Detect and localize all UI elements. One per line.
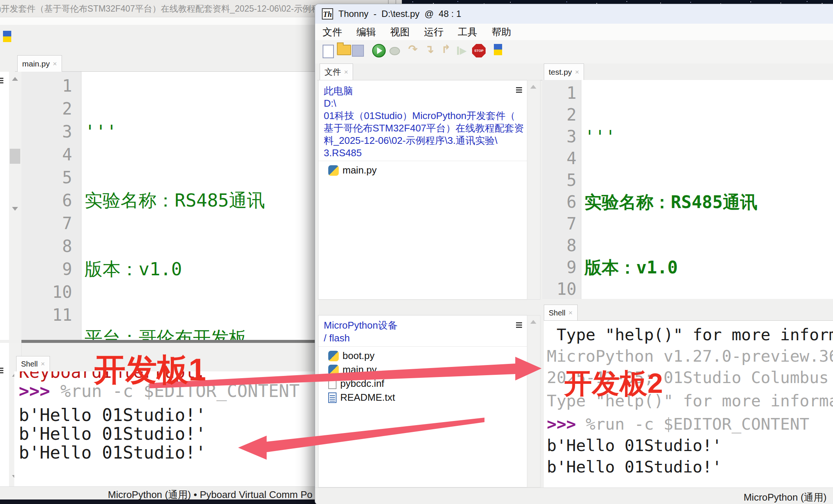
device-panel-title: MicroPython设备 [324, 319, 398, 332]
code-editor[interactable]: ''' 实验名称：RS485通讯 版本：v1.0 平台：哥伦布开发板 作者：01… [581, 80, 833, 299]
divider [318, 346, 527, 347]
file-name: boot.py [343, 350, 374, 362]
menu-bar: 文件 编辑 视图 运行 工具 帮助 [315, 24, 833, 40]
menu-tools[interactable]: 工具 [458, 26, 477, 39]
tab-label: 文件 [324, 66, 341, 78]
panel-menu-icon[interactable] [516, 87, 522, 93]
language-flag-icon[interactable] [494, 44, 502, 55]
shell-line: MicroPython v1.27.0-preview.36 [547, 347, 833, 365]
tab-files[interactable]: 文件 × [320, 63, 353, 80]
tab-main-py[interactable]: main.py × [17, 55, 62, 72]
tab-label: Shell [21, 360, 38, 368]
tab-shell[interactable]: Shell × [16, 356, 50, 371]
step-into-icon[interactable]: ↴ [425, 42, 434, 56]
device-file-main-py[interactable]: main.py [328, 364, 377, 376]
files-this-pc[interactable]: 此电脑 [324, 85, 353, 97]
close-icon[interactable]: × [568, 309, 572, 317]
tab-label: Shell [549, 309, 565, 317]
line-numbers: 1 2 3 4 5 6 7 8 9 10 11 [21, 72, 81, 340]
code-line: ''' [584, 126, 833, 148]
files-scrollbar[interactable] [527, 80, 540, 300]
text-file-icon [328, 392, 337, 403]
scroll-up-icon[interactable] [530, 85, 536, 89]
toolbar: ↷ ↴ ↱ ▶ STOP [315, 40, 833, 63]
device-path[interactable]: / flash [324, 332, 350, 344]
bg-side-panel2-sliver [0, 343, 9, 486]
file-name: main.py [343, 364, 377, 376]
file-name: pybcdc.inf [340, 378, 384, 389]
panel-menu-icon[interactable] [0, 78, 3, 83]
shell-line: Type "help()" for more inform [547, 325, 833, 344]
shell-prompt-line: >>> %run -c $EDITOR_CONTENT [547, 415, 809, 433]
fg-window-titlebar[interactable]: Th Thonny - D:\test.py @ 48 : 1 [315, 4, 833, 24]
debug-icon[interactable] [389, 47, 400, 55]
files-drive-d[interactable]: D:\ [324, 97, 336, 110]
scroll-up-icon[interactable] [12, 77, 18, 81]
device-file-boot-py[interactable]: boot.py [328, 350, 374, 362]
file-icon [328, 379, 337, 389]
stop-icon[interactable]: STOP [472, 44, 486, 57]
micropython-device-panel[interactable]: MicroPython设备 / flash boot.py main.py py… [318, 315, 528, 487]
step-over-icon[interactable]: ↷ [408, 42, 418, 56]
menu-view[interactable]: 视图 [390, 26, 410, 39]
scroll-down-icon[interactable] [12, 207, 18, 211]
file-name: main.py [343, 164, 377, 176]
shell-panel[interactable]: Type "help()" for more inform MicroPytho… [544, 320, 833, 492]
bg-status-bar: MicroPython (通用) • Pyboard Virtual Comm … [0, 486, 315, 499]
shell-output-line: b'Hello 01Studio!' [19, 424, 206, 444]
close-icon[interactable]: × [575, 68, 579, 76]
annotation-board2: 开发板2 [564, 365, 663, 403]
tab-label: main.py [22, 59, 50, 68]
menu-edit[interactable]: 编辑 [356, 26, 376, 39]
divider [318, 161, 527, 161]
close-icon[interactable]: × [53, 60, 57, 68]
tab-label: test.py [549, 68, 572, 77]
menu-run[interactable]: 运行 [424, 26, 444, 39]
save-icon[interactable] [352, 45, 364, 57]
shell-output-line: b'Hello 01Studio!' [19, 443, 206, 462]
line-numbers: 1 2 3 4 5 6 7 8 9 10 [542, 80, 581, 299]
thonny-app-icon: Th [322, 8, 333, 20]
files-panel[interactable]: 此电脑 D:\ 01科技（01Studio）MicroPython开发套件（ 基… [318, 80, 528, 300]
annotation-board1: 开发板1 [94, 349, 206, 391]
python-file-icon [328, 365, 339, 375]
file-name: README.txt [340, 392, 395, 403]
device-file-pybcdc-inf[interactable]: pybcdc.inf [328, 378, 384, 389]
device-file-readme-txt[interactable]: README.txt [328, 392, 395, 403]
fg-window-title: Thonny - D:\test.py @ 48 : 1 [338, 9, 461, 19]
tab-shell[interactable]: Shell × [544, 305, 578, 321]
scrollbar-thumb[interactable] [10, 149, 20, 164]
bg-side-panel-sliver [0, 72, 9, 340]
menu-help[interactable]: 帮助 [492, 26, 511, 39]
screen: n开发套件（基于哥伦布STM32F407平台）在线教程配套资料_2025-12-… [0, 0, 833, 504]
close-icon[interactable]: × [344, 68, 348, 76]
shell-output-line: b'Hello 01Studio!' [19, 405, 206, 425]
panel-menu-icon[interactable] [0, 368, 3, 373]
resume-icon[interactable]: ▶ [457, 45, 466, 56]
shell-tabbar: Shell × [542, 305, 833, 320]
file-item-main-py[interactable]: main.py [328, 164, 377, 176]
bg-side-scrollbar[interactable] [9, 72, 22, 340]
files-current-path[interactable]: 01科技（01Studio）MicroPython开发套件（ 基于哥伦布STM3… [324, 110, 525, 159]
new-file-icon[interactable] [323, 45, 334, 58]
code-line: 实验名称：RS485通讯 [584, 191, 833, 213]
step-out-icon[interactable]: ↱ [441, 42, 451, 56]
run-icon[interactable] [372, 44, 386, 57]
shell-output-line: b'Hello 01Studio!' [547, 457, 722, 476]
fg-status-bar: MicroPython (通用) [315, 487, 833, 504]
scroll-up-icon[interactable] [530, 320, 536, 324]
editor-tabbar: test.py × [542, 63, 833, 80]
files-tabbar: 文件 × [317, 63, 543, 80]
panel-menu-icon[interactable] [516, 322, 522, 328]
device-scrollbar[interactable] [527, 315, 540, 487]
language-flag-icon[interactable] [3, 31, 11, 42]
thonny-window[interactable]: Th Thonny - D:\test.py @ 48 : 1 文件 编辑 视图… [315, 4, 833, 504]
shell-output-line: b'Hello 01Studio!' [547, 436, 722, 455]
code-line: 版本：v1.0 [584, 257, 833, 278]
open-file-icon[interactable] [337, 45, 351, 55]
tab-test-py[interactable]: test.py × [544, 63, 584, 80]
python-file-icon [328, 351, 339, 361]
python-file-icon [328, 165, 339, 176]
menu-file[interactable]: 文件 [323, 26, 342, 39]
close-icon[interactable]: × [41, 360, 45, 368]
